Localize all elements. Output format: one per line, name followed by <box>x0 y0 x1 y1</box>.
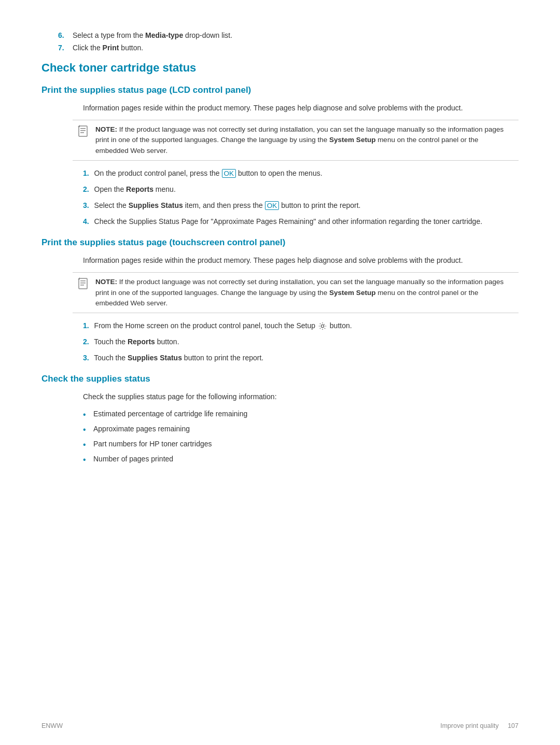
page: Select a type from the Media-type drop-d… <box>0 0 560 513</box>
footer-right: Improve print quality 107 <box>440 722 519 729</box>
svg-point-8 <box>321 325 324 328</box>
section3-title: Check the supplies status <box>41 374 519 384</box>
section1-note-text: NOTE: If the product language was not co… <box>95 124 513 156</box>
svg-rect-2 <box>80 130 86 131</box>
supplies-status-label-1: Supplies Status <box>129 201 183 209</box>
setup-icon <box>318 322 327 330</box>
step-2-3: 3. Touch the Supplies Status button to p… <box>83 353 519 363</box>
svg-rect-4 <box>79 278 87 289</box>
svg-rect-1 <box>80 128 86 129</box>
system-setup-label-1: System Setup <box>329 136 375 144</box>
footer-right-label: Improve print quality <box>440 722 499 729</box>
section3-body: Check the supplies status page for the f… <box>83 391 519 402</box>
section1-body: Information pages reside within the prod… <box>83 103 519 114</box>
svg-rect-7 <box>80 285 84 286</box>
note-icon-2 <box>78 277 91 291</box>
reports-label-1: Reports <box>126 185 153 193</box>
system-setup-label-2: System Setup <box>329 289 375 297</box>
note1-body: If the product language was not correctl… <box>95 125 503 154</box>
note-icon-1 <box>78 125 91 138</box>
svg-rect-5 <box>80 280 86 282</box>
note2-label: NOTE: <box>95 278 117 286</box>
intro-steps: Select a type from the Media-type drop-d… <box>73 31 519 52</box>
section1-note: NOTE: If the product language was not co… <box>73 120 519 161</box>
supplies-status-label-2: Supplies Status <box>128 354 182 362</box>
ok-button-1: OK <box>222 169 236 178</box>
intro-step-7: Click the Print button. <box>73 44 519 52</box>
section2-note-text: NOTE: If the product language was not co… <box>95 277 513 308</box>
note1-label: NOTE: <box>95 125 117 133</box>
svg-rect-0 <box>79 126 87 136</box>
step-1-1: 1. On the product control panel, press t… <box>83 168 519 179</box>
bullet-1: Estimated percentage of cartridge life r… <box>93 409 519 419</box>
bullet-2: Approximate pages remaining <box>93 424 519 434</box>
svg-rect-3 <box>80 132 84 133</box>
step-1-2: 2. Open the Reports menu. <box>83 184 519 195</box>
note2-body: If the product language was not correctl… <box>95 278 503 307</box>
ok-button-2: OK <box>265 201 279 210</box>
footer-left: ENWW <box>41 722 63 729</box>
intro-step-6: Select a type from the Media-type drop-d… <box>73 31 519 39</box>
section2-note: NOTE: If the product language was not co… <box>73 272 519 313</box>
step-2-2: 2. Touch the Reports button. <box>83 336 519 347</box>
media-type-label: Media-type <box>145 31 183 39</box>
section3-bullets: Estimated percentage of cartridge life r… <box>93 409 519 465</box>
section1-steps: 1. On the product control panel, press t… <box>83 168 519 228</box>
section2-body: Information pages reside within the prod… <box>83 255 519 266</box>
reports-label-2: Reports <box>128 338 155 346</box>
intro-step7-text: Click the Print button. <box>73 44 143 52</box>
step-1-3: 3. Select the Supplies Status item, and … <box>83 200 519 211</box>
intro-step6-text: Select a type from the Media-type drop-d… <box>73 31 232 39</box>
step-2-1: 1. From the Home screen on the product c… <box>83 320 519 331</box>
bullet-4: Number of pages printed <box>93 454 519 465</box>
main-title: Check toner cartridge status <box>41 61 519 75</box>
step-1-4: 4. Check the Supplies Status Page for "A… <box>83 216 519 227</box>
section2-steps: 1. From the Home screen on the product c… <box>83 320 519 363</box>
footer: ENWW Improve print quality 107 <box>41 722 519 729</box>
section1-title: Print the supplies status page (LCD cont… <box>41 85 519 95</box>
bullet-3: Part numbers for HP toner cartridges <box>93 439 519 449</box>
svg-rect-6 <box>80 283 86 284</box>
page-number: 107 <box>508 722 519 729</box>
print-label: Print <box>103 44 119 52</box>
section2-title: Print the supplies status page (touchscr… <box>41 237 519 248</box>
